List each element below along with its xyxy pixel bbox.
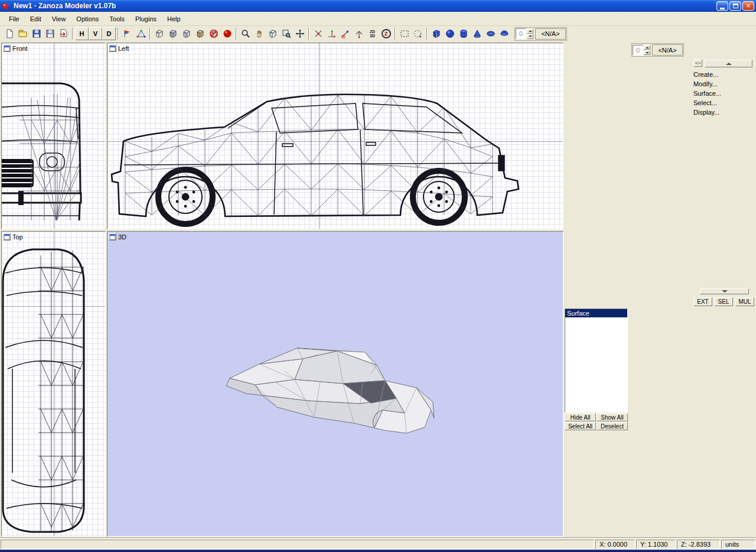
menu-view[interactable]: View	[47, 14, 71, 24]
mode-sel-button[interactable]: SEL	[714, 297, 733, 306]
new-file-button[interactable]	[2, 27, 16, 40]
menu-options[interactable]: Options	[71, 14, 104, 24]
panel-spinner-group: 0 <N/A>	[631, 43, 684, 57]
mode-ext-button[interactable]: EXT	[693, 297, 712, 306]
export-button[interactable]	[57, 27, 70, 40]
z-circle-icon: Z	[382, 29, 391, 38]
spinner-down-button[interactable]	[527, 34, 533, 39]
save-button[interactable]	[30, 27, 43, 40]
surface-list-item[interactable]: Surface	[565, 309, 627, 317]
viewport-top[interactable]: Top	[1, 231, 106, 537]
primitive-cylinder-button[interactable]	[457, 27, 470, 40]
mesh-edit-button[interactable]	[134, 27, 148, 40]
viewport-top-label: Top	[3, 233, 23, 241]
menu-edit[interactable]: Edit	[25, 14, 47, 24]
command-display[interactable]: Display...	[693, 109, 719, 116]
down-arrow-icon	[646, 52, 649, 54]
command-select[interactable]: Select...	[693, 99, 717, 106]
toolbar-na-dropdown[interactable]: <N/A>	[535, 28, 566, 40]
viewport-3d[interactable]: 3D	[107, 231, 563, 537]
mode-mul-button[interactable]: MUL	[735, 297, 754, 306]
command-modify[interactable]: Modify...	[693, 80, 718, 87]
toolbar-separator	[236, 28, 237, 40]
horizontal-toggle-button[interactable]: H	[75, 27, 89, 40]
app-logo-icon	[2, 1, 11, 11]
smooth-shade-button[interactable]	[180, 27, 193, 40]
menu-file[interactable]: File	[4, 14, 25, 24]
hide-all-button[interactable]: Hide All	[565, 413, 596, 421]
command-surface[interactable]: Surface...	[693, 90, 721, 97]
show-all-button[interactable]: Show All	[597, 413, 628, 421]
top-view-blueprint	[2, 232, 106, 537]
app-window: New1 - Zanoza Modeler v1.07b × File Edit…	[0, 0, 756, 552]
flat-shade-button[interactable]	[166, 27, 180, 40]
viewport-front[interactable]: Front	[1, 43, 106, 229]
viewport-left[interactable]: Left	[107, 43, 563, 229]
minimize-button[interactable]	[716, 1, 728, 11]
wireframe-mode-button[interactable]	[152, 27, 166, 40]
panel-expander-button[interactable]: <>	[693, 59, 702, 67]
viewport-icon[interactable]	[3, 233, 11, 241]
status-z-coordinate: Z: -2.8393	[677, 540, 720, 549]
vertical-toggle-button[interactable]: V	[89, 27, 102, 40]
deselect-button[interactable]: Deselect	[597, 422, 628, 430]
down-arrow-icon	[529, 35, 532, 37]
select-circle-button[interactable]	[411, 27, 425, 40]
expand-modes-button[interactable]	[700, 288, 749, 294]
zoom-region-button[interactable]	[279, 27, 293, 40]
z-axis-button[interactable]: Z	[379, 27, 393, 40]
primitive-cone-button[interactable]	[470, 27, 484, 40]
2d-3d-toggle-button[interactable]: 2D 3D	[366, 27, 379, 40]
select-all-button[interactable]: Select All	[565, 422, 596, 430]
view-cube-button[interactable]	[266, 27, 279, 40]
menu-help[interactable]: Help	[162, 14, 186, 24]
toolbar-separator	[308, 28, 309, 40]
command-panel: 0 <N/A> <> Create... Modify... Surface..…	[564, 41, 756, 538]
spinner-down-button[interactable]	[644, 50, 650, 55]
local-axis-button[interactable]	[352, 27, 366, 40]
primitive-torus-button[interactable]	[484, 27, 497, 40]
up-arrow-icon	[529, 30, 532, 32]
pan-view-button[interactable]	[293, 27, 307, 40]
close-button[interactable]: ×	[742, 1, 754, 11]
hide-mode-button[interactable]	[207, 27, 220, 40]
chevron-up-icon	[726, 63, 732, 65]
panel-na-dropdown[interactable]: <N/A>	[652, 44, 683, 56]
viewport-icon[interactable]	[109, 233, 116, 241]
toolbar-separator	[395, 28, 396, 40]
collapse-panel-button[interactable]	[705, 60, 752, 67]
spinner-up-button[interactable]	[527, 29, 533, 34]
surface-listbox[interactable]: Surface	[565, 309, 628, 413]
chevron-down-icon	[722, 290, 728, 293]
save-as-button[interactable]	[43, 27, 57, 40]
command-create[interactable]: Create...	[693, 71, 718, 78]
primitive-cube-button[interactable]	[429, 27, 443, 40]
viewport-left-label: Left	[109, 44, 129, 52]
scale-tool-button[interactable]	[338, 27, 352, 40]
default-view-button[interactable]: D	[102, 27, 116, 40]
zoom-tool-button[interactable]	[239, 27, 252, 40]
textured-mode-button[interactable]	[193, 27, 207, 40]
2d-label: 2D	[370, 30, 375, 34]
move-tool-button[interactable]	[311, 27, 325, 40]
viewport-front-label: Front	[3, 44, 28, 52]
material-editor-button[interactable]	[220, 27, 234, 40]
pan-tool-button[interactable]	[252, 27, 266, 40]
left-view-blueprint	[107, 43, 563, 229]
primitive-hemisphere-button[interactable]	[497, 27, 511, 40]
panel-spinner-value[interactable]: 0	[633, 45, 643, 56]
spinner-up-button[interactable]	[644, 45, 650, 50]
flag-tool-button[interactable]	[120, 27, 134, 40]
select-rectangle-button[interactable]	[397, 27, 411, 40]
menu-plugins[interactable]: Plugins	[130, 14, 162, 24]
3d-label: 3D	[370, 34, 375, 38]
rotate-tool-button[interactable]	[325, 27, 338, 40]
toolbar-spinner-value[interactable]: 0	[516, 28, 526, 39]
viewport-icon[interactable]	[109, 44, 116, 52]
open-file-button[interactable]	[16, 27, 30, 40]
menu-tools[interactable]: Tools	[104, 14, 130, 24]
maximize-button[interactable]	[729, 1, 741, 11]
status-bar: X: 0.0000 Y: 1.1030 Z: -2.8393 units	[0, 538, 756, 550]
primitive-sphere-button[interactable]	[443, 27, 457, 40]
viewport-icon[interactable]	[3, 44, 11, 52]
